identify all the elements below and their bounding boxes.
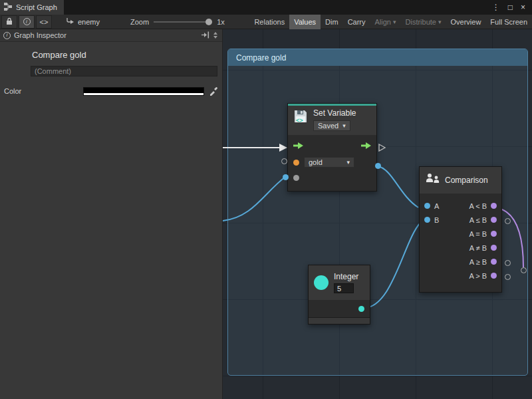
connected-value-pin[interactable]	[283, 174, 289, 180]
tab-title: Script Graph	[16, 3, 57, 11]
comparison-row: A ≥ B	[420, 255, 501, 269]
output-port-a-gt-b[interactable]	[491, 273, 497, 279]
unconnected-port[interactable]	[505, 218, 511, 224]
comparison-icon	[426, 173, 440, 188]
graph-inspector-panel: i Graph Inspector Compare gold (Comment)…	[0, 29, 223, 399]
unconnected-port[interactable]	[281, 158, 287, 164]
target-arrow-icon	[66, 17, 74, 26]
value-input-port[interactable]	[293, 175, 299, 181]
color-swatch[interactable]	[83, 87, 204, 96]
integer-type-icon	[314, 275, 329, 290]
comparison-row: A = B	[420, 227, 501, 241]
unconnected-port[interactable]	[505, 274, 511, 280]
overview-button[interactable]: Overview	[446, 15, 486, 29]
svg-text:<>: <>	[296, 117, 303, 124]
comparison-row: B A ≤ B	[420, 213, 501, 227]
integer-value-input[interactable]: 5	[334, 283, 354, 293]
window-menu-icon[interactable]: ⋮	[492, 3, 500, 12]
code-view-button[interactable]: <>	[36, 15, 52, 29]
comparison-row: A A < B	[420, 199, 501, 213]
target-label: enemy	[78, 18, 100, 26]
flow-in-port[interactable]	[293, 142, 303, 150]
window-close-icon[interactable]: ×	[521, 3, 525, 12]
node-title: Integer	[334, 272, 358, 281]
spinner-down-icon[interactable]	[213, 36, 217, 39]
input-port-b[interactable]	[424, 217, 430, 223]
output-port-a-lt-b[interactable]	[491, 203, 497, 209]
chevron-down-icon: ▾	[346, 159, 350, 166]
window-titlebar: Script Graph ⋮ □ ×	[0, 0, 532, 15]
window-maximize-icon[interactable]: □	[508, 3, 513, 12]
group-title: Compare gold	[236, 53, 286, 63]
info-icon: i	[23, 18, 31, 25]
floppy-disk-icon: <>	[293, 108, 309, 131]
distribute-button[interactable]: Distribute ▾	[401, 15, 446, 29]
inspector-toggle-button[interactable]: i	[19, 15, 35, 29]
graph-inspector-header: i Graph Inspector	[0, 29, 222, 42]
eyedropper-icon[interactable]	[209, 86, 218, 96]
relations-button[interactable]: Relations	[249, 15, 289, 29]
wire-end-port[interactable]	[521, 267, 527, 273]
graph-target[interactable]: enemy	[66, 17, 100, 26]
script-graph-icon	[4, 3, 12, 12]
lock-icon	[6, 17, 13, 27]
output-port-a-neq-b[interactable]	[491, 245, 497, 251]
unconnected-port[interactable]	[505, 260, 511, 266]
zoom-slider-handle[interactable]	[205, 19, 212, 25]
full-screen-button[interactable]: Full Screen	[485, 15, 532, 29]
lock-button[interactable]	[1, 15, 17, 29]
node-set-variable[interactable]: <> Set Variable Saved ▾	[287, 103, 377, 192]
tab-script-graph[interactable]: Script Graph	[0, 0, 64, 15]
inspected-graph-title: Compare gold	[32, 50, 222, 60]
values-button[interactable]: Values	[289, 15, 321, 29]
align-button[interactable]: Align ▾	[370, 15, 401, 29]
integer-output-port[interactable]	[358, 306, 364, 312]
group-header[interactable]: Compare gold	[228, 49, 527, 66]
dock-panel-icon[interactable]	[201, 31, 209, 40]
output-port-a-lte-b[interactable]	[491, 217, 497, 223]
variable-name-dropdown[interactable]: gold ▾	[304, 157, 354, 168]
comparison-row: A > B	[420, 269, 501, 283]
dim-button[interactable]: Dim	[321, 15, 343, 29]
panel-resize-spinner[interactable]	[212, 32, 219, 39]
code-icon: <>	[40, 18, 49, 26]
chevron-down-icon: ▾	[342, 122, 346, 129]
variable-kind-dropdown[interactable]: Saved ▾	[313, 120, 350, 131]
output-port-a-gte-b[interactable]	[491, 259, 497, 265]
zoom-slider[interactable]	[154, 21, 212, 23]
variable-name-port[interactable]	[293, 160, 299, 166]
node-footer	[309, 317, 370, 324]
carry-button[interactable]: Carry	[343, 15, 370, 29]
comparison-row: A ≠ B	[420, 241, 501, 255]
node-comparison[interactable]: Comparison A A < B B A ≤ B A = B A ≠ B	[419, 166, 502, 293]
color-field-label: Color	[4, 87, 83, 95]
node-integer[interactable]: Integer 5	[308, 265, 370, 325]
chevron-down-icon: ▾	[393, 19, 396, 25]
zoom-label: Zoom	[130, 18, 149, 26]
graph-canvas[interactable]: Compare gold <> Set Variable	[223, 29, 532, 399]
flow-out-port[interactable]	[361, 142, 371, 150]
node-title: Comparison	[445, 176, 488, 185]
node-title: Set Variable	[313, 108, 356, 118]
graph-toolbar: i <> enemy Zoom 1x Relations Values Dim …	[0, 15, 532, 29]
info-icon: i	[3, 32, 11, 39]
graph-inspector-title: Graph Inspector	[14, 31, 66, 39]
input-port-a[interactable]	[424, 203, 430, 209]
output-port-a-eq-b[interactable]	[491, 231, 497, 237]
flow-out-triangle-port[interactable]	[378, 144, 386, 152]
zoom-value: 1x	[217, 18, 225, 26]
comment-input[interactable]: (Comment)	[31, 66, 217, 76]
spinner-up-icon[interactable]	[213, 32, 217, 35]
chevron-down-icon: ▾	[438, 19, 442, 25]
setvar-output-pin[interactable]	[375, 163, 381, 169]
